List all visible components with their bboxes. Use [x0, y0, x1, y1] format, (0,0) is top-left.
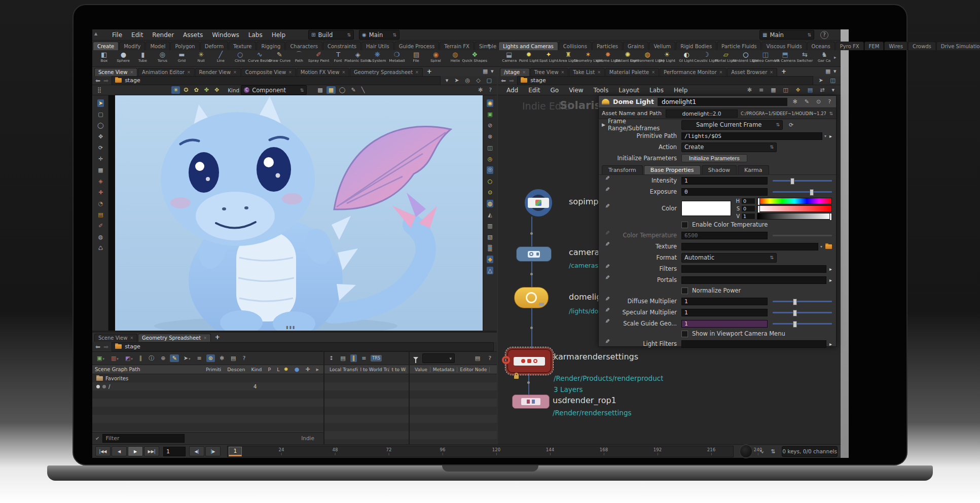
close-tab-icon[interactable]: ×: [770, 70, 773, 75]
shelf-tool[interactable]: ▤File: [407, 50, 426, 63]
shelf-tab[interactable]: Pyro FX: [836, 42, 864, 50]
playhead[interactable]: 1: [229, 447, 242, 456]
node-arrow-icon[interactable]: ▸: [829, 266, 832, 272]
menu-item[interactable]: Labs: [645, 86, 668, 95]
toolbar-icon[interactable]: ✚: [303, 366, 312, 373]
shelf-tool[interactable]: ∿Curve Bezier: [250, 50, 270, 63]
shelf-tool[interactable]: ♞Gar Ca: [815, 50, 834, 63]
toolbar-icon[interactable]: ◫: [486, 144, 493, 152]
toolbar-icon[interactable]: TRS: [371, 355, 382, 362]
pane-tab[interactable]: Performance Monitor×: [660, 68, 727, 76]
menu-item[interactable]: Labs: [244, 30, 267, 40]
intensity-field[interactable]: 1: [681, 177, 768, 185]
toolbar-icon[interactable]: ⊙: [487, 189, 493, 196]
shelf-tab[interactable]: Lights and Cameras: [498, 42, 558, 50]
toolbar-icon[interactable]: ▢: [485, 77, 494, 84]
shelf-tool[interactable]: ╱Line: [211, 50, 230, 63]
layout-icon[interactable]: ◫: [828, 77, 838, 84]
pane-tab[interactable]: Animation Editor×: [138, 68, 194, 76]
toolbar-icon[interactable]: ◆: [487, 256, 493, 263]
menu-item[interactable]: Help: [669, 86, 692, 95]
menu-item[interactable]: Add: [502, 86, 523, 95]
path-field[interactable]: stage: [112, 342, 494, 351]
node-name-field[interactable]: domelight1: [658, 98, 787, 106]
shelf-tool[interactable]: ◧Box: [94, 50, 114, 63]
pane-tab[interactable]: Scene View×: [94, 334, 137, 342]
pane-tab[interactable]: Material Palette×: [605, 68, 659, 76]
close-tab-icon[interactable]: ×: [342, 70, 345, 75]
help-icon[interactable]: ?: [486, 354, 493, 362]
saturation-field[interactable]: 0: [742, 206, 755, 211]
column-header[interactable]: Editor Node: [457, 367, 490, 372]
channel-pencil-icon[interactable]: ✎: [604, 175, 610, 186]
exposure-slider[interactable]: [773, 188, 832, 196]
kind-combo[interactable]: C Component ⇅: [241, 85, 307, 95]
toolbar-icon[interactable]: ▧: [486, 233, 493, 241]
toolbar-icon[interactable]: ⊕: [159, 354, 167, 362]
pane-tab[interactable]: Geometry Spreadsheet×: [350, 68, 423, 76]
shelf-tool[interactable]: ◫Stereo Camera: [755, 50, 775, 63]
node-label[interactable]: karmarendersettings: [554, 352, 638, 362]
toolbar-icon[interactable]: ▾: [829, 86, 837, 94]
toolbar-icon[interactable]: ✎: [170, 354, 178, 362]
keys-channels-button[interactable]: 0 keys, 0/0 channels: [782, 446, 838, 457]
channel-pencil-icon[interactable]: ✎: [604, 264, 610, 274]
path-field[interactable]: stage: [112, 76, 441, 85]
toolbar-icon[interactable]: ◔: [97, 200, 104, 207]
spinner-icon[interactable]: ⇅: [392, 32, 396, 38]
toolbar-icon[interactable]: ◇: [474, 77, 482, 84]
node-arrow-icon[interactable]: ▸: [829, 341, 832, 347]
toolbar-icon[interactable]: ⇄: [818, 86, 826, 94]
pane-tab[interactable]: Take List×: [569, 68, 605, 76]
pane-dropdown-icon[interactable]: ▾: [831, 67, 839, 75]
wire-dot[interactable]: [530, 232, 533, 235]
shelf-tool[interactable]: ✹Point Light: [519, 50, 538, 63]
tree-path-header[interactable]: Scene Graph Path: [95, 367, 140, 372]
shelf-tab[interactable]: Drive Simulation: [936, 42, 980, 50]
tree-row-favorites[interactable]: Favorites: [92, 374, 323, 382]
toolbar-icon[interactable]: ?: [487, 86, 494, 94]
frame-range-combo[interactable]: Sample Current Frame⇅: [681, 120, 783, 130]
channel-pencil-icon[interactable]: ✎: [604, 339, 610, 349]
toolbar-icon[interactable]: ⊙: [814, 98, 823, 105]
channel-pencil-icon[interactable]: ✎: [604, 296, 610, 306]
specular-field[interactable]: 1: [681, 309, 768, 316]
shelf-tab[interactable]: Particles: [592, 42, 623, 50]
toolbar-icon[interactable]: ↕: [327, 354, 336, 362]
toolbar-icon[interactable]: ✻: [745, 86, 754, 94]
shelf-tab[interactable]: Oceans: [807, 42, 835, 50]
close-tab-icon[interactable]: ×: [187, 70, 191, 75]
shelf-tool[interactable]: ◈Platonic Solids: [348, 50, 368, 63]
portals-field[interactable]: [681, 276, 826, 284]
menu-item[interactable]: Go: [546, 86, 563, 95]
transport-button[interactable]: ▶▶|: [144, 446, 159, 456]
forward-icon[interactable]: ➡: [103, 343, 108, 350]
scene-viewport[interactable]: ▮▮▮: [108, 95, 483, 331]
toolbar-icon[interactable]: ✿: [192, 86, 201, 94]
menu-item[interactable]: Windows: [207, 30, 244, 40]
color-swatch[interactable]: [681, 201, 731, 216]
shelf-tab[interactable]: Particle Fluids: [717, 42, 761, 50]
wire-dot[interactable]: [530, 327, 533, 329]
toolbar-icon[interactable]: ✻: [476, 86, 485, 94]
pane-tab[interactable]: Tree View×: [530, 68, 568, 76]
shelf-overflow-icon[interactable]: ▾: [488, 43, 490, 48]
column-header[interactable]: P: [268, 367, 271, 372]
pane-tab[interactable]: /stage×: [500, 68, 530, 76]
transport-button[interactable]: |◀◀: [95, 446, 111, 456]
menu-item[interactable]: Render: [148, 30, 178, 40]
shelf-tool[interactable]: ◍Environment Light: [637, 50, 657, 63]
toolbar-icon[interactable]: ✻: [217, 354, 226, 362]
filters-field[interactable]: [681, 265, 826, 273]
shelf-tab[interactable]: Viscous Fluids: [761, 42, 806, 50]
toolbar-icon[interactable]: ▣: [95, 354, 106, 362]
toolbar-icon[interactable]: ➤: [182, 354, 193, 362]
parameter-tab[interactable]: Base Properties: [644, 165, 701, 174]
toolbar-icon[interactable]: ▤: [806, 86, 815, 94]
shelf-tool[interactable]: ◎Torus: [153, 50, 172, 63]
shelf-tab[interactable]: Constraints: [323, 42, 361, 50]
toolbar-icon[interactable]: ✚: [97, 189, 104, 196]
color-temp-slider[interactable]: [773, 232, 832, 239]
toolbar-icon[interactable]: ⊗: [487, 133, 493, 140]
node-karmarendersettings[interactable]: [507, 349, 552, 373]
